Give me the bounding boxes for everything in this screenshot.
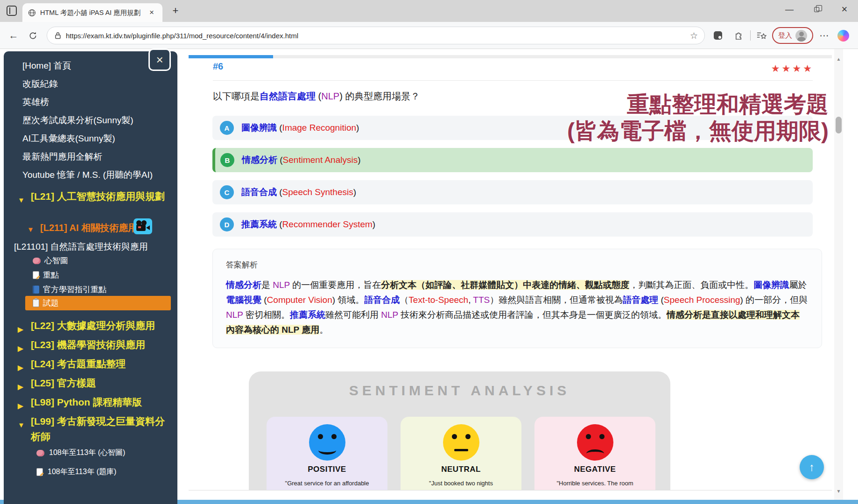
sign-in-button[interactable]: 登入 [772,27,813,44]
course-sidebar: × [Home] 首頁 改版紀錄 英雄榜 歷次考試成果分析(Sunny製) AI… [4,51,177,504]
chevron-down-icon[interactable]: ▼ [18,192,25,208]
sidebar-item-keypoints[interactable]: 重點 [33,270,59,280]
new-tab-button[interactable]: + [169,5,182,18]
video-camera-icon[interactable] [134,218,152,234]
promo-line-1: 重點整理和精選考題 [567,91,829,118]
copilot-icon [837,30,849,42]
sidebar-item-changelog[interactable]: 改版紀錄 [22,78,58,90]
tab-actions-icon[interactable] [7,6,17,16]
promo-line-2: (皆為電子檔，無使用期限) [567,118,829,144]
chevron-right-icon[interactable]: ▶ [18,360,23,375]
sad-face-icon [577,424,613,461]
sidebar-item-youtube-notes[interactable]: Youtube 憶筆 / M.S. (用聽的學AI) [22,169,153,181]
chevron-down-icon[interactable]: ▼ [18,417,25,433]
sentiment-analysis-figure: SENTIMENT ANALYSIS POSITIVE "Great servi… [249,371,670,504]
option-d-label: 推薦系統 (Recommender System) [241,218,375,231]
favorites-button[interactable] [755,29,768,42]
neutral-face-icon [443,424,479,461]
option-c[interactable]: C 語音合成 (Speech Synthesis) [212,180,813,204]
sidebar-item-hot-apps[interactable]: 最新熱門應用全解析 [22,151,102,163]
avatar [795,30,807,42]
minimize-button[interactable]: — [779,0,800,19]
restore-button[interactable] [806,0,827,19]
sidebar-section-l98[interactable]: ▶ [L98] Python 課程精華版 [31,394,171,410]
promo-overlay-text: 重點整理和精選考題 (皆為電子檔，無使用期限) [567,91,829,144]
browser-tab[interactable]: HTML 考題小舖 iPAS AI 應用規劃 × [22,3,162,22]
browser-essentials-icon [714,31,722,40]
question-divider [213,80,813,81]
puzzle-icon [734,31,744,41]
question-number: #6 [213,61,223,72]
chevron-right-icon[interactable]: ▶ [18,398,23,413]
quiz-progress-bar [189,55,832,58]
sidebar-item-home[interactable]: [Home] 首頁 [22,60,71,72]
favorites-icon [757,31,767,40]
figure-title: SENTIMENT ANALYSIS [249,383,670,399]
difficulty-stars: ★★★★ [771,63,814,74]
quiz-progress-fill [189,55,273,58]
browser-toolbar: ← https://exam.kt.idv.tw/pluginfile.php/… [0,22,858,49]
sidebar-item-quiz-active[interactable]: 試題 [25,296,171,310]
option-b-label: 情感分析 (Sentiment Analysis) [242,154,360,166]
toolbar-divider [750,30,751,41]
sidebar-item-official-guide[interactable]: 官方學習指引重點 [33,284,106,295]
sidebar-section-l23[interactable]: ▶ [L23] 機器學習技術與應用 [31,337,171,352]
sidebar-section-l21[interactable]: ▼ [L21] 人工智慧技術應用與規劃 [31,189,171,204]
tab-close-icon[interactable]: × [149,8,154,17]
sidebar-item-exam-results[interactable]: 歷次考試成果分析(Sunny製) [22,114,134,126]
bookmark-star-icon[interactable]: ☆ [690,30,698,41]
sidebar-section-l22[interactable]: ▶ [L22] 大數據處理分析與應用 [31,318,171,333]
scrollbar-thumb[interactable] [836,117,842,133]
sign-in-label: 登入 [778,31,792,40]
refresh-button[interactable] [26,28,40,42]
url-text[interactable]: https://exam.kt.idv.tw/pluginfile.php/31… [66,32,690,40]
sidebar-item-l99-bank[interactable]: 108年至113年 (題庫) [36,467,116,477]
brain-icon [36,450,44,456]
option-c-badge: C [220,185,234,199]
scroll-to-top-button[interactable]: ↑ [800,455,824,479]
option-a-label: 圖像辨識 (Image Recognition) [241,122,359,134]
sidebar-item-l99-mindmap[interactable]: 108年至113年 (心智圖) [36,448,125,458]
blue-book-icon [33,286,39,294]
tab-title: HTML 考題小舖 iPAS AI 應用規劃 [40,8,147,17]
chevron-right-icon[interactable]: ▶ [18,341,23,356]
answer-explanation-text: 情感分析是 NLP 的一個重要應用，旨在分析文本（如評論、社群媒體貼文）中表達的… [226,278,809,337]
scrollbar-down-arrow[interactable]: ▼ [834,489,843,494]
answer-explanation-box: 答案解析 情感分析是 NLP 的一個重要應用，旨在分析文本（如評論、社群媒體貼文… [212,249,822,348]
sidebar-section-l24[interactable]: ▶ [L24] 考古題重點整理 [31,356,171,371]
copilot-button[interactable] [837,29,850,42]
option-d[interactable]: D 推薦系統 (Recommender System) [212,212,813,237]
browser-essentials-button[interactable] [711,29,724,42]
address-bar[interactable]: https://exam.kt.idv.tw/pluginfile.php/31… [47,27,705,44]
scrollbar-up-arrow[interactable]: ▲ [834,56,843,62]
option-a-badge: A [220,121,234,135]
tab-bar: HTML 考題小舖 iPAS AI 應用規劃 × + — × [0,0,858,22]
sidebar-topic-l21101[interactable]: [L21101] 自然語言處理技術與應用 [14,241,148,253]
sidebar-item-mindmap[interactable]: 心智圖 [33,255,68,266]
happy-face-icon [309,424,345,461]
chevron-right-icon[interactable]: ▶ [18,322,23,337]
brain-icon [33,258,41,264]
sentiment-label: POSITIVE [267,465,387,474]
globe-icon [28,9,36,17]
sidebar-item-leaderboard[interactable]: 英雄榜 [22,96,49,108]
sidebar-section-l25[interactable]: ▶ [L25] 官方樣題 [31,375,171,391]
sidebar-section-l99[interactable]: ▼ [L99] 考古新發現之巨量資料分析師 [31,413,171,444]
memo-icon [36,468,43,476]
settings-menu-button[interactable]: ⋯ [818,29,831,42]
window-close-button[interactable]: × [834,0,855,19]
option-b-correct[interactable]: B 情感分析 (Sentiment Analysis) [212,148,813,172]
restore-icon [814,7,819,12]
extensions-button[interactable] [732,29,745,42]
sidebar-close-button[interactable]: × [148,49,171,71]
sidebar-section-l211[interactable]: ▼ [L211] AI 相關技術應用 [40,222,137,234]
chevron-down-icon[interactable]: ▼ [27,225,34,233]
refresh-icon [28,31,37,40]
back-button[interactable]: ← [7,28,21,42]
sentiment-label: NEGATIVE [534,465,655,474]
chevron-right-icon[interactable]: ▶ [18,379,23,394]
option-d-badge: D [220,217,234,231]
page-scrollbar[interactable]: ▲ ▼ [834,49,843,504]
sidebar-item-ai-tools[interactable]: AI工具彙總表(Sunny製) [22,133,115,145]
option-b-badge: B [220,153,234,167]
